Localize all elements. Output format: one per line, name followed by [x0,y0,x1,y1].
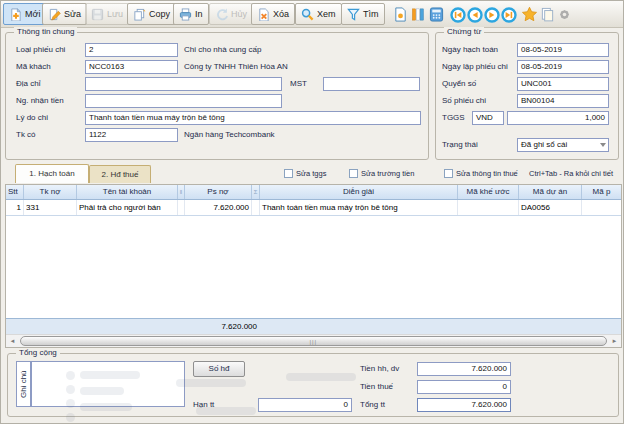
nav-first-button[interactable] [449,5,467,24]
payment-term-input[interactable]: 0 [258,398,352,412]
table-row[interactable]: 1 331 Phải trả cho người bán 7.620.000 T… [6,200,621,216]
cell-ps-no: 7.620.000 [185,200,252,215]
cancel-button-label: Hủy [231,9,247,19]
nav-next-button[interactable] [483,5,501,24]
credit-account-input[interactable]: 1122 [85,128,178,142]
document-info-button[interactable] [391,5,409,24]
tab-hach-toan-label: 1. Hạch toán [29,169,74,178]
edit-tax-info-checkbox-label: Sửa thông tin thuế [456,169,518,179]
edit-tax-info-checkbox[interactable] [444,169,453,178]
edit-button-label: Sửa [64,9,81,19]
edit-tggs-checkbox[interactable] [284,169,293,178]
cell-stt: 1 [6,200,24,215]
pages-button[interactable] [538,5,556,24]
voucher-type-input[interactable]: 2 [85,43,178,57]
tab-hd-thue-label: 2. Hđ thuế [102,170,139,179]
grand-total-input[interactable]: 7.620.000 [417,398,511,412]
voucher-number-input[interactable]: BN00104 [517,94,609,108]
col-header-ma-p[interactable]: Mã p [582,185,621,199]
tax-amount-input[interactable]: 0 [417,380,511,394]
calculator-button[interactable] [427,5,445,24]
col-header-dien-giai[interactable]: Diễn giải [260,185,458,199]
delete-button-label: Xóa [273,9,289,19]
goods-amount-input[interactable]: 7.620.000 [417,362,511,376]
tax-code-input[interactable] [323,77,420,91]
view-button[interactable]: Xem [295,3,342,25]
col-header-ten-tai-khoan[interactable]: Tên tài khoản [77,185,178,199]
nav-prev-button[interactable] [466,5,484,24]
books-button[interactable] [409,5,427,24]
cell-tk-no: 331 [24,200,77,215]
horizontal-scrollbar[interactable]: ◄ ||| ► [6,334,621,347]
detail-grid: Stt Tk nợ Tên tài khoản ‖ Ps nợ Σ Diễn g… [5,184,622,348]
status-value: Đã ghi sổ cái [521,140,567,149]
delete-x-icon [257,8,270,21]
col-header-tk-no[interactable]: Tk nợ [24,185,77,199]
nav-next-icon [484,7,500,23]
calculator-icon [429,7,444,22]
note-textarea[interactable] [31,361,185,407]
edit-button[interactable]: Sửa [42,3,87,25]
book-number-input[interactable]: UNC001 [517,77,609,91]
document-title: Chứng từ [444,27,484,36]
address-input[interactable] [85,77,282,91]
cell-dien-giai: Thanh toán tiền mua máy trộn bê tông [260,200,458,215]
invoice-number-button[interactable]: Số hđ [193,361,245,377]
payment-term-label: Hạn tt [193,398,214,412]
cancel-button[interactable]: Hủy [209,3,253,25]
col-header-ma-du-an[interactable]: Mã dự án [519,185,582,199]
gear-icon [557,7,572,22]
delete-button[interactable]: Xóa [251,3,295,25]
undo-arrow-icon [215,8,228,21]
cell-ma-khe-uoc [458,200,519,215]
edit-money-field-checkbox[interactable] [349,169,358,178]
document-info-icon [393,7,408,22]
nav-first-icon [450,7,466,23]
scrollbar-thumb[interactable]: ||| [20,336,607,346]
col-header-ps-no[interactable]: Ps nợ [185,185,252,199]
tax-code-label: MST [290,77,307,91]
payee-input[interactable] [85,94,282,108]
nav-last-button[interactable] [500,5,518,24]
tab-hd-thue[interactable]: 2. Hđ thuế [89,165,151,183]
grid-total-ps-no: 7.620.000 [189,319,257,334]
scroll-right-arrow[interactable]: ► [609,336,620,346]
exchange-rate-input[interactable]: 1,000 [507,111,609,125]
copy-button[interactable]: Copy [127,3,176,25]
address-label: Địa chỉ [16,77,40,91]
toolbar: Mới Sửa Lưu Copy In Hủy Xóa Xem [1,1,624,28]
filter-funnel-icon [347,8,360,21]
col-header-stt[interactable]: Stt [6,185,24,199]
find-button[interactable]: Tìm [341,3,385,25]
voucher-number-label: Số phiếu chi [442,94,486,108]
print-button[interactable]: In [173,3,209,25]
grid-empty-area[interactable] [6,216,621,318]
save-button[interactable]: Lưu [85,3,129,25]
customer-name-text: Công ty TNHH Thiên Hòa AN [184,60,288,74]
posting-date-input[interactable]: 08-05-2019 [517,43,609,57]
book-number-label: Quyển số [442,77,476,91]
nav-last-icon [501,7,517,23]
col-header-ma-khe-uoc[interactable]: Mã khế ước [458,185,519,199]
new-button-label: Mới [25,9,40,19]
general-info-title: Thông tin chung [14,27,77,36]
magnifier-icon [301,8,314,21]
goods-amount-label: Tiền hh, dv [360,362,399,376]
voucher-date-input[interactable]: 08-05-2019 [517,60,609,74]
scroll-left-arrow[interactable]: ◄ [7,336,18,346]
invoice-number-button-label: Số hđ [209,364,230,373]
edit-pencil-icon [48,8,61,21]
settings-button[interactable] [555,5,573,24]
status-dropdown[interactable]: Đã ghi sổ cái [517,138,609,152]
star-icon [521,6,538,23]
currency-input[interactable]: VND [472,111,504,125]
copy-button-label: Copy [149,9,170,19]
customer-code-input[interactable]: NCC0163 [85,60,178,74]
general-info-groupbox: Thông tin chung Loại phiếu chi 2 Chi cho… [5,32,429,160]
payment-reason-input[interactable]: Thanh toán tiền mua máy trộn bê tông [85,111,421,125]
new-button[interactable]: Mới [3,3,46,25]
tab-hach-toan[interactable]: 1. Hạch toán [15,164,89,183]
favorites-button[interactable] [520,5,538,24]
voucher-type-description: Chi cho nhà cung cấp [184,43,261,57]
grid-header-row[interactable]: Stt Tk nợ Tên tài khoản ‖ Ps nợ Σ Diễn g… [6,185,621,200]
